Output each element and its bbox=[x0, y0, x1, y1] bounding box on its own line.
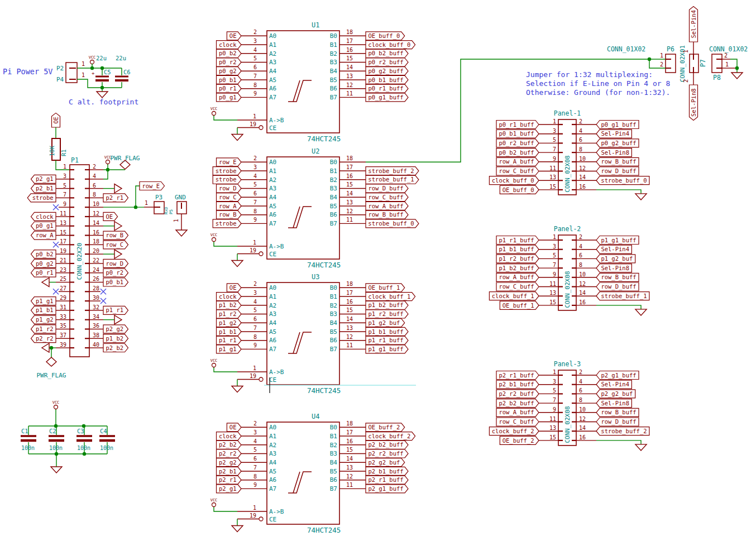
global-label[interactable]: row_C bbox=[217, 193, 242, 202]
global-label[interactable]: OE bbox=[52, 113, 60, 127]
global-label[interactable]: Sel-Pin8 bbox=[690, 85, 698, 120]
cap-ref[interactable]: C6 bbox=[123, 69, 131, 75]
global-label[interactable]: p2_b2_buff bbox=[366, 441, 408, 449]
global-label[interactable]: p2_r2_buff bbox=[366, 449, 408, 458]
global-label[interactable]: p1_r2 bbox=[217, 310, 242, 318]
global-label[interactable]: OE_buff_1 bbox=[500, 301, 539, 309]
global-label[interactable]: p0_g2_buff bbox=[596, 139, 639, 147]
wire-rowE[interactable] bbox=[136, 186, 140, 207]
global-label[interactable]: row_A_buff bbox=[496, 408, 539, 416]
global-label[interactable]: OE_buff_1 bbox=[366, 284, 405, 292]
ground-symbol[interactable] bbox=[51, 467, 62, 473]
global-label[interactable]: p1_r2 bbox=[31, 325, 56, 333]
global-label[interactable]: p2_r1 bbox=[103, 194, 128, 202]
global-label[interactable]: row_B_buff bbox=[596, 273, 639, 281]
global-label[interactable]: p0_b1_buff bbox=[366, 75, 408, 84]
p6-ref[interactable]: P6 bbox=[667, 45, 674, 53]
ground-symbol[interactable] bbox=[232, 261, 243, 267]
global-label[interactable]: p2_g2_buf bbox=[366, 458, 405, 467]
panel-value[interactable]: CONN_02X08 bbox=[564, 406, 571, 443]
global-label[interactable]: clock bbox=[217, 41, 242, 49]
cap-ref[interactable]: C1 bbox=[21, 428, 28, 434]
global-label[interactable]: p0_b1 bbox=[103, 278, 128, 286]
global-label[interactable]: p0_r1 bbox=[217, 84, 242, 93]
cap-ref[interactable]: C2 bbox=[49, 428, 56, 434]
global-label[interactable]: p2_b2_buff bbox=[496, 399, 539, 408]
ground-symbol[interactable] bbox=[635, 444, 647, 451]
global-label[interactable]: Sel-Pin4 bbox=[690, 7, 698, 42]
cap-ref[interactable]: C3 bbox=[77, 428, 84, 434]
global-label[interactable]: p2_g2 bbox=[103, 325, 128, 333]
connector-p6-body[interactable] bbox=[666, 54, 676, 73]
global-label[interactable]: row_B bbox=[103, 231, 128, 240]
global-label[interactable]: OE_buff_2 bbox=[366, 423, 405, 432]
wire[interactable] bbox=[214, 507, 237, 511]
vcc-symbol[interactable] bbox=[212, 363, 216, 367]
global-label[interactable]: p0_g1 bbox=[217, 93, 242, 102]
global-label[interactable]: p2_b1 bbox=[31, 184, 56, 193]
jumper-note-line[interactable]: Selection if E-Line on Pin 4 or 8 bbox=[526, 79, 670, 88]
global-label[interactable]: row_D_buff bbox=[596, 167, 639, 175]
global-label[interactable]: clock_buff_0 bbox=[366, 41, 415, 49]
cap-value[interactable]: 100n bbox=[77, 445, 90, 451]
global-label[interactable]: row_A_buff bbox=[496, 157, 539, 166]
global-label[interactable]: p0_r2 bbox=[217, 58, 242, 66]
ground-symbol[interactable] bbox=[232, 135, 243, 141]
global-label[interactable]: p1_b1_buff bbox=[366, 327, 408, 336]
global-label[interactable]: p0_b2 bbox=[31, 250, 56, 258]
vcc-symbol[interactable] bbox=[90, 60, 94, 64]
global-label[interactable]: p1_b2 bbox=[103, 334, 128, 343]
ground-symbol[interactable] bbox=[114, 222, 122, 231]
wire-gnd[interactable] bbox=[596, 441, 641, 444]
footprint-note[interactable]: C alt. footprint bbox=[69, 98, 138, 106]
global-label[interactable]: clock_buff_0 bbox=[489, 176, 539, 185]
global-label[interactable]: p2_b1_buff bbox=[366, 467, 408, 475]
global-label[interactable]: p0_b2_buff bbox=[496, 149, 539, 157]
global-label[interactable]: strobe bbox=[213, 167, 241, 175]
ground-symbol[interactable] bbox=[635, 309, 647, 315]
global-label[interactable]: p2_r2 bbox=[217, 449, 242, 458]
global-label[interactable]: clock_buff_2 bbox=[366, 432, 415, 441]
global-label[interactable]: p2_g2_buf bbox=[596, 390, 635, 398]
global-label[interactable]: Sel-Pin8 bbox=[596, 399, 631, 408]
global-label[interactable]: p0_r1 bbox=[31, 269, 56, 277]
global-label[interactable]: row_C_buff bbox=[366, 193, 408, 202]
global-label[interactable]: p1_b1 bbox=[31, 306, 56, 314]
global-label[interactable]: p1_b2 bbox=[217, 301, 242, 309]
ic-part-name[interactable]: 74HCT245 bbox=[307, 386, 341, 395]
global-label[interactable]: p1_r2_buff bbox=[366, 310, 408, 318]
panel-title[interactable]: Panel-1 bbox=[554, 109, 581, 117]
global-label[interactable]: p2_g1_buff bbox=[366, 485, 408, 493]
global-label[interactable]: clock_buff_1 bbox=[366, 293, 415, 301]
global-label[interactable]: OE bbox=[103, 212, 118, 221]
panel-value[interactable]: CONN_02X08 bbox=[564, 271, 571, 308]
global-label[interactable]: p0_r2 bbox=[103, 269, 128, 277]
global-label[interactable]: strobe_buff_1 bbox=[366, 175, 419, 184]
p7-ref[interactable]: P7 bbox=[699, 59, 707, 67]
jumper-note-line[interactable]: Jumper for 1:32 multiplexing: bbox=[526, 70, 653, 79]
ground-symbol[interactable] bbox=[635, 194, 647, 200]
ic-part-name[interactable]: 74HCT245 bbox=[307, 135, 341, 143]
global-label[interactable]: row_B_buff bbox=[366, 210, 408, 219]
global-label[interactable]: p0_b1 bbox=[217, 75, 242, 84]
global-label[interactable]: p2_b2 bbox=[103, 344, 128, 352]
power-title[interactable]: Pi Power 5V bbox=[3, 67, 52, 76]
connector-p8-body[interactable] bbox=[712, 54, 722, 73]
ground-symbol[interactable] bbox=[114, 250, 122, 258]
global-label[interactable]: clock_buff_2 bbox=[489, 427, 539, 435]
global-label[interactable]: row_D_buff bbox=[596, 418, 639, 426]
global-label[interactable]: strobe bbox=[213, 219, 241, 228]
global-label[interactable]: p1_g1_buff bbox=[596, 236, 639, 245]
global-label[interactable]: p0_r1_buff bbox=[366, 84, 408, 93]
global-label[interactable]: strobe_buff_0 bbox=[366, 219, 419, 228]
panel-value[interactable]: CONN_02X08 bbox=[564, 155, 571, 192]
ground-symbol[interactable] bbox=[97, 92, 108, 98]
global-label[interactable]: p0_r2_buff bbox=[366, 58, 408, 66]
global-label[interactable]: p0_b1_buff bbox=[496, 130, 539, 138]
global-label[interactable]: p2_r1 bbox=[217, 476, 242, 484]
global-label[interactable]: OE_buff_0 bbox=[366, 32, 405, 40]
global-label[interactable]: row_A_buff bbox=[496, 273, 539, 281]
ic-part-name[interactable]: 74HCT245 bbox=[307, 261, 341, 269]
vcc-symbol[interactable] bbox=[212, 238, 216, 242]
wire-gnd[interactable] bbox=[596, 190, 641, 194]
